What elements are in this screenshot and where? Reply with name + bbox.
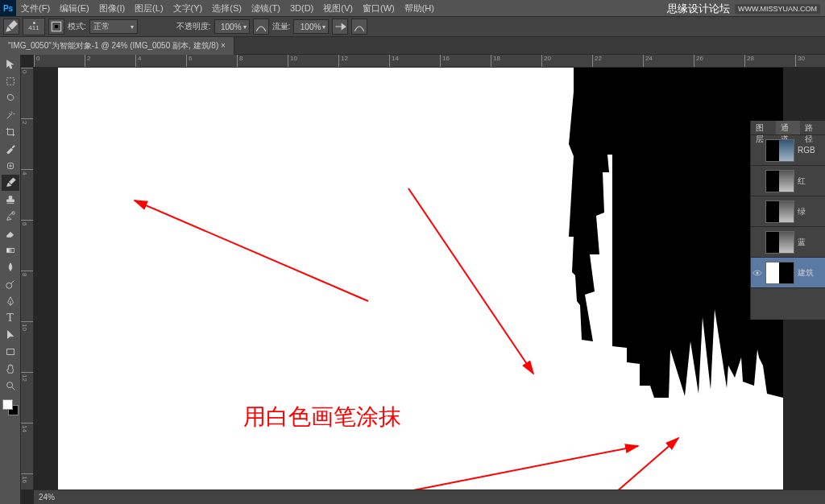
watermark: 思缘设计论坛 WWW.MISSYUAN.COM bbox=[667, 2, 820, 16]
menu-select[interactable]: 选择(S) bbox=[207, 2, 247, 14]
channels-panel: 图层 通道 路径 RGB红绿蓝建筑 bbox=[750, 121, 825, 320]
panel-tabs: 图层 通道 路径 bbox=[751, 121, 825, 135]
app-logo: Ps bbox=[0, 0, 16, 16]
options-bar: 411 模式: 正常 不透明度: 100% 流量: 100% bbox=[0, 16, 825, 37]
canvas[interactable]: 用白色画笔涂抹 图023 bbox=[58, 68, 783, 490]
heal-tool[interactable] bbox=[2, 158, 19, 174]
document-area: 0246810121416182022242628303234363840424… bbox=[21, 55, 825, 504]
visibility-icon[interactable] bbox=[752, 268, 762, 278]
watermark-site: 思缘设计论坛 bbox=[667, 2, 730, 16]
eraser-tool[interactable] bbox=[2, 225, 19, 242]
channel-thumbnail bbox=[765, 262, 794, 284]
gradient-tool[interactable] bbox=[2, 242, 19, 258]
flow-label: 流量: bbox=[272, 21, 291, 32]
tab-paths[interactable]: 路径 bbox=[800, 121, 825, 134]
svg-rect-7 bbox=[6, 349, 14, 355]
canvas-content bbox=[58, 68, 783, 490]
menu-view[interactable]: 视图(V) bbox=[318, 2, 358, 14]
zoom-display[interactable]: 24% bbox=[39, 493, 55, 502]
document-tab[interactable]: "IMG_0050"为智能对象-1 @ 24% (IMG_0050 副本, 建筑… bbox=[0, 37, 234, 55]
menu-help[interactable]: 帮助(H) bbox=[400, 2, 439, 14]
watermark-url: WWW.MISSYUAN.COM bbox=[735, 4, 820, 14]
pressure-opacity-icon[interactable] bbox=[253, 19, 269, 35]
crop-tool[interactable] bbox=[2, 124, 19, 140]
menu-edit[interactable]: 编辑(E) bbox=[55, 2, 94, 14]
opacity-input[interactable]: 100% bbox=[214, 19, 250, 34]
visibility-icon[interactable] bbox=[752, 207, 762, 217]
menu-image[interactable]: 图像(I) bbox=[94, 2, 130, 14]
channel-name: RGB bbox=[798, 146, 815, 155]
channel-thumbnail bbox=[765, 231, 794, 254]
history-brush-tool[interactable] bbox=[2, 209, 19, 225]
wand-tool[interactable] bbox=[2, 107, 19, 123]
channel-row-建筑[interactable]: 建筑 bbox=[751, 258, 825, 288]
channel-row-绿[interactable]: 绿 bbox=[751, 196, 825, 227]
mode-label: 模式: bbox=[68, 21, 86, 32]
brush-tool[interactable] bbox=[2, 175, 19, 191]
channel-name: 红 bbox=[798, 176, 806, 187]
channel-name: 建筑 bbox=[798, 267, 814, 279]
document-tab-bar: "IMG_0050"为智能对象-1 @ 24% (IMG_0050 副本, 建筑… bbox=[0, 37, 825, 55]
svg-rect-2 bbox=[6, 78, 14, 85]
blur-tool[interactable] bbox=[2, 259, 19, 275]
lasso-tool[interactable] bbox=[2, 90, 19, 106]
toolbox: T bbox=[0, 55, 21, 504]
menu-type[interactable]: 文字(Y) bbox=[168, 2, 208, 14]
zoom-tool[interactable] bbox=[2, 378, 19, 394]
horizontal-ruler: 0246810121416182022242628303234363840424… bbox=[34, 55, 825, 68]
svg-line-11 bbox=[372, 446, 638, 490]
brush-preset-picker[interactable]: 411 bbox=[23, 18, 45, 35]
foreground-color[interactable] bbox=[2, 399, 13, 410]
stamp-tool[interactable] bbox=[2, 192, 19, 208]
hand-tool[interactable] bbox=[2, 361, 19, 377]
menu-window[interactable]: 窗口(W) bbox=[358, 2, 400, 14]
opacity-label: 不透明度: bbox=[176, 21, 211, 32]
marquee-tool[interactable] bbox=[2, 73, 19, 89]
vertical-ruler: 024681012141618202224262830323436 bbox=[21, 68, 34, 490]
airbrush-icon[interactable] bbox=[332, 19, 348, 35]
channel-name: 蓝 bbox=[798, 237, 806, 248]
flow-input[interactable]: 100% bbox=[293, 19, 329, 34]
current-tool-icon[interactable] bbox=[3, 19, 19, 35]
color-swatches[interactable] bbox=[2, 399, 19, 415]
move-tool[interactable] bbox=[2, 56, 19, 72]
visibility-icon[interactable] bbox=[752, 176, 762, 186]
dodge-tool[interactable] bbox=[2, 276, 19, 292]
svg-point-13 bbox=[757, 271, 759, 274]
canvas-viewport[interactable]: 用白色画笔涂抹 图023 bbox=[34, 68, 825, 490]
channel-thumbnail bbox=[765, 200, 794, 223]
workspace: T 02468101214161820222426283032343638404… bbox=[0, 55, 825, 504]
channel-thumbnail bbox=[765, 170, 794, 192]
channel-name: 绿 bbox=[798, 206, 806, 217]
visibility-icon[interactable] bbox=[752, 146, 762, 155]
channel-thumbnail bbox=[765, 139, 794, 162]
document-title: "IMG_0050"为智能对象-1 @ 24% (IMG_0050 副本, 建筑… bbox=[8, 40, 226, 52]
svg-rect-5 bbox=[6, 248, 14, 252]
channel-row-蓝[interactable]: 蓝 bbox=[751, 227, 825, 258]
visibility-icon[interactable] bbox=[752, 238, 762, 247]
svg-point-1 bbox=[55, 25, 59, 29]
channel-row-RGB[interactable]: RGB bbox=[751, 135, 825, 166]
svg-line-12 bbox=[586, 438, 678, 490]
menu-filter[interactable]: 滤镜(T) bbox=[247, 2, 285, 14]
tab-layers[interactable]: 图层 bbox=[751, 121, 776, 134]
shape-tool[interactable] bbox=[2, 344, 19, 360]
svg-point-8 bbox=[6, 382, 12, 388]
tab-channels[interactable]: 通道 bbox=[776, 121, 801, 134]
type-tool[interactable]: T bbox=[2, 310, 19, 326]
menu-file[interactable]: 文件(F) bbox=[16, 2, 55, 14]
path-select-tool[interactable] bbox=[2, 327, 19, 343]
menu-3d[interactable]: 3D(D) bbox=[285, 3, 318, 13]
svg-point-6 bbox=[6, 283, 11, 288]
brush-panel-icon[interactable] bbox=[48, 19, 64, 35]
eyedropper-tool[interactable] bbox=[2, 141, 19, 157]
pen-tool[interactable] bbox=[2, 293, 19, 309]
channel-row-红[interactable]: 红 bbox=[751, 166, 825, 196]
svg-line-10 bbox=[408, 188, 533, 374]
blend-mode-dropdown[interactable]: 正常 bbox=[89, 19, 138, 34]
svg-line-9 bbox=[135, 200, 368, 301]
menu-layer[interactable]: 图层(L) bbox=[130, 2, 168, 14]
brush-size: 411 bbox=[28, 24, 39, 31]
status-bar: 24% bbox=[34, 490, 825, 504]
pressure-size-icon[interactable] bbox=[351, 19, 367, 35]
